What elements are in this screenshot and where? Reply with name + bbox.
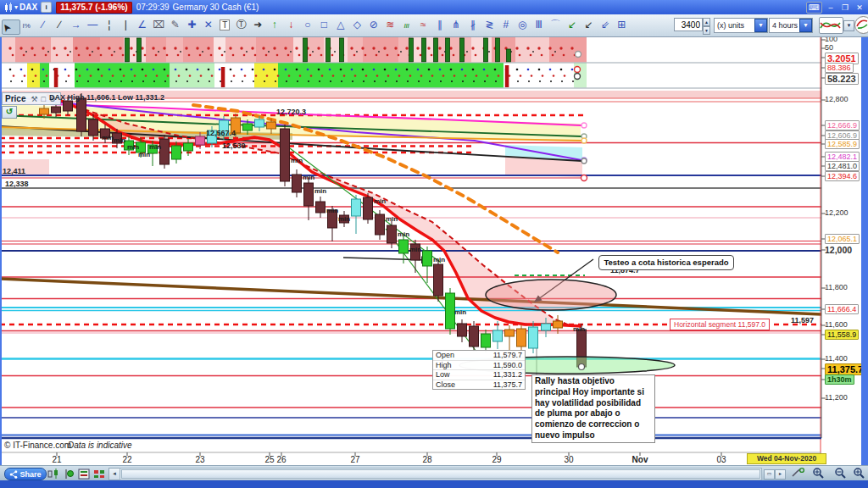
axis-label: 12,394.6 — [825, 171, 860, 181]
axis-label: 12,800 — [825, 95, 849, 103]
info-icon[interactable]: i — [41, 2, 52, 13]
share-icon — [9, 470, 18, 479]
bars-count-stepper[interactable]: ▲ ▼ — [703, 18, 710, 31]
date-tick-label: 03 — [716, 455, 726, 464]
price-alert-icon[interactable] — [63, 468, 75, 479]
app-window: minminminminminminminminminminminminminm… — [0, 0, 868, 488]
svg-text:min: min — [291, 157, 303, 164]
chart-type-button[interactable] — [819, 17, 843, 34]
date-tick-label: 21 — [52, 455, 61, 464]
title-bar: ▾ DAX i 11,375.7 (-1.96%) 07:29:39 Germa… — [0, 0, 868, 14]
timeframe-caret-icon[interactable]: ▼ — [799, 19, 812, 32]
positions-grid-icon[interactable] — [93, 468, 106, 479]
window-frame-bottom — [0, 480, 868, 488]
ohlc-row: Low11,331.2 — [433, 370, 525, 380]
date-tick-label: 25 — [264, 455, 274, 464]
time-scrollbar[interactable] — [120, 468, 762, 480]
axis-label: 58.223 — [825, 73, 859, 85]
price-level-label: 12,411 — [3, 167, 25, 175]
bottom-toolbar: Share ◄ ▭ ▸ — [0, 465, 868, 480]
share-button[interactable]: Share — [4, 468, 47, 480]
timeframe-select[interactable]: 4 hours ▼ — [769, 18, 813, 33]
scroll-left-button[interactable]: ◄ — [108, 468, 120, 480]
price-change-badge: 11,375.7 (-1.96%) — [56, 2, 132, 14]
date-tick-label: 30 — [564, 455, 573, 464]
axis-label: 11,600 — [825, 320, 848, 329]
date-tick-label: 29 — [492, 455, 501, 464]
keyboard-icon[interactable]: ⌨ — [806, 2, 822, 14]
price-level-label: 12,539 — [222, 141, 246, 150]
date-tick-label: 27 — [350, 455, 359, 464]
instrument-name: Germany 30 Cash (€1) — [173, 3, 259, 12]
axis-label: 11,200 — [825, 393, 848, 402]
date-tick-label: 26 — [276, 455, 286, 464]
date-tick-label: 28 — [422, 455, 431, 464]
day-range-label: DAX High 11,606.1 Low 11,331.2 — [49, 93, 164, 102]
price-level-label: 11,597 — [791, 316, 814, 324]
clock-text: 07:29:39 — [136, 3, 170, 12]
svg-text:min: min — [314, 187, 326, 195]
chart-type-caret-icon[interactable]: ▼ — [843, 20, 854, 31]
scrollbar-thumb[interactable] — [121, 469, 760, 479]
svg-text:min: min — [338, 215, 350, 223]
chart-options-icon[interactable] — [790, 467, 807, 480]
svg-text:min: min — [433, 256, 445, 263]
units-select[interactable]: (x) units ▼ — [714, 18, 768, 33]
axis-label: 11,400 — [825, 354, 848, 363]
units-select-value: (x) units — [715, 21, 754, 30]
timeframe-select-value: 4 hours — [770, 21, 799, 30]
order-board-icon[interactable] — [78, 468, 91, 479]
annotation-rally-note[interactable]: Rally hasta objetivo principal Hoy impor… — [531, 374, 655, 443]
axis-label: 50 — [825, 43, 833, 52]
window-frame-left — [0, 36, 2, 465]
chart-style-icon[interactable] — [47, 468, 60, 479]
undo-button[interactable]: ↺ — [2, 106, 17, 119]
axis-label: 12,200 — [825, 208, 849, 217]
bars-count-input[interactable] — [674, 18, 703, 31]
panel-settings-icon[interactable]: ⚒ — [31, 95, 37, 103]
stepper-down-icon[interactable]: ▼ — [703, 26, 710, 35]
svg-text:min: min — [398, 230, 409, 238]
indicators-button[interactable] — [854, 16, 868, 34]
share-label: Share — [19, 470, 41, 479]
zoom-out-icon[interactable] — [832, 467, 849, 480]
price-level-label: 12,338 — [5, 180, 29, 188]
axis-label: 1h30m — [825, 374, 854, 385]
ohlc-row: High11,590.0 — [433, 361, 525, 371]
zoom-pan-icon[interactable] — [810, 467, 827, 480]
close-button[interactable]: ✕ — [854, 3, 865, 13]
axis-label: 12,585.9 — [825, 139, 860, 149]
annotation-testeo[interactable]: Testeo a cota historica esperado — [598, 255, 734, 270]
chart-canvas[interactable]: minminminminminminminminminminminminminm… — [0, 0, 868, 488]
instrument-dropdown-caret[interactable]: ▾ — [14, 3, 18, 11]
zoom-in-icon[interactable] — [851, 467, 868, 480]
svg-text:min: min — [374, 197, 386, 205]
date-tick-label: 23 — [195, 455, 204, 464]
svg-text:min: min — [326, 207, 338, 214]
stepper-up-icon[interactable]: ▲ — [703, 18, 710, 26]
drawing-toolbar: ➤▭I%∕∕→—¦|∠⌧✎✚✕TⓉ➜↑↓○□△◇⊘≋///≈∥⋔∦≷#◎Ⅲ⌒↙↙… — [0, 14, 868, 37]
axis-label: 12,000 — [825, 245, 852, 255]
axis-label: 11,558.9 — [825, 330, 859, 340]
date-tick-label: Nov — [632, 455, 648, 464]
scroll-right-button[interactable]: ▸ — [775, 469, 786, 480]
axis-label: 11,666.4 — [825, 304, 859, 314]
axis-label: 12,666.9 — [825, 120, 860, 130]
restore-button[interactable]: ❐ — [839, 3, 851, 13]
window-frame-right — [861, 36, 868, 465]
svg-text:min: min — [149, 143, 161, 151]
minimize-button[interactable]: – — [825, 3, 837, 13]
svg-text:min: min — [454, 308, 466, 316]
panel-window-icon[interactable]: □ — [42, 95, 46, 103]
svg-text:min: min — [386, 215, 398, 223]
copyright-text: © IT-Finance.com — [4, 441, 71, 450]
svg-text:min: min — [409, 246, 421, 253]
collapse-scroll-button[interactable]: ▭ — [764, 469, 775, 480]
axis-label: 88.386 — [825, 63, 854, 73]
units-caret-icon[interactable]: ▼ — [754, 19, 767, 32]
svg-text:min: min — [114, 136, 125, 144]
svg-text:min: min — [127, 143, 139, 151]
instrument-symbol: DAX — [19, 3, 37, 12]
axis-label: 12,481.0 — [825, 161, 860, 171]
annotation-horizontal-segment[interactable]: Horizontal segment 11,597.0 — [670, 319, 770, 330]
